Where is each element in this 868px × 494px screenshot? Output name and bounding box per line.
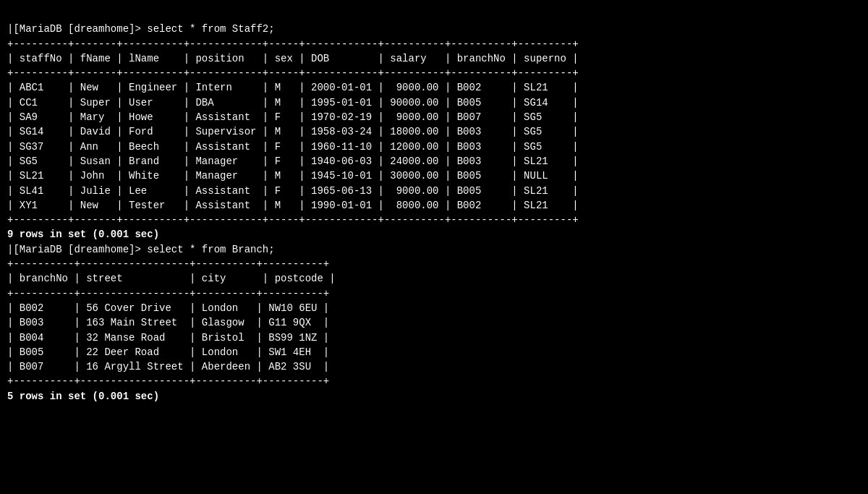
terminal-line: | SA9 | Mary | Howe | Assistant | F | 19… <box>7 110 861 124</box>
terminal-line: | branchNo | street | city | postcode | <box>7 271 861 286</box>
terminal-line: | CC1 | Super | User | DBA | M | 1995-01… <box>7 95 861 110</box>
terminal-output: |[MariaDB [dreamhome]> select * from Sta… <box>7 7 861 404</box>
terminal-line: |[MariaDB [dreamhome]> select * from Bra… <box>7 242 861 257</box>
terminal-line: |[MariaDB [dreamhome]> select * from Sta… <box>7 22 861 36</box>
terminal-line: 9 rows in set (0.001 sec) <box>7 227 861 242</box>
terminal-line: | B004 | 32 Manse Road | Bristol | BS99 … <box>7 331 861 345</box>
terminal-line: | XY1 | New | Tester | Assistant | M | 1… <box>7 198 861 213</box>
terminal-line: +---------+-------+----------+----------… <box>7 66 861 80</box>
terminal-line: +----------+------------------+---------… <box>7 374 861 388</box>
terminal-line: | SG14 | David | Ford | Supervisor | M |… <box>7 124 861 139</box>
terminal-line: | SL41 | Julie | Lee | Assistant | F | 1… <box>7 184 861 198</box>
terminal-line: | ABC1 | New | Engineer | Intern | M | 2… <box>7 80 861 95</box>
terminal-line: 5 rows in set (0.001 sec) <box>7 389 861 404</box>
terminal-line: | B003 | 163 Main Street | Glasgow | G11… <box>7 315 861 330</box>
terminal-line: | staffNo | fName | lName | position | s… <box>7 51 861 66</box>
terminal-line: +---------+-------+----------+----------… <box>7 213 861 227</box>
terminal-line: | SG37 | Ann | Beech | Assistant | F | 1… <box>7 140 861 154</box>
terminal-line: | SL21 | John | White | Manager | M | 19… <box>7 169 861 183</box>
terminal-line: +---------+-------+----------+----------… <box>7 37 861 51</box>
terminal-line: +----------+------------------+---------… <box>7 257 861 271</box>
terminal-line: | B002 | 56 Cover Drive | London | NW10 … <box>7 301 861 315</box>
terminal-line: | B005 | 22 Deer Road | London | SW1 4EH… <box>7 345 861 359</box>
terminal-line: | SG5 | Susan | Brand | Manager | F | 19… <box>7 154 861 169</box>
terminal-line: | B007 | 16 Argyll Street | Aberdeen | A… <box>7 359 861 374</box>
terminal-line: +----------+------------------+---------… <box>7 286 861 301</box>
